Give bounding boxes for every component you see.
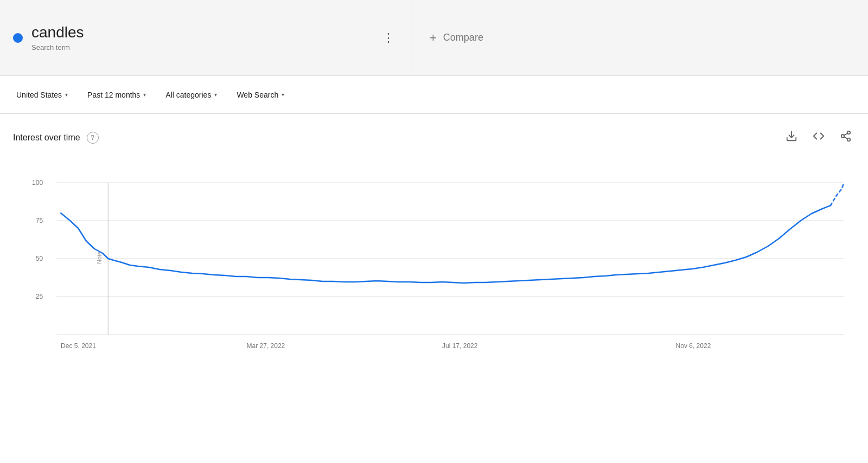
- embed-icon[interactable]: [809, 127, 828, 148]
- chart-title: Interest over time: [13, 133, 80, 143]
- compare-plus-icon: +: [430, 31, 437, 45]
- download-icon[interactable]: [782, 127, 801, 148]
- location-label: United States: [16, 91, 62, 99]
- category-label: All categories: [165, 91, 211, 99]
- trend-line-dotted: [831, 183, 844, 205]
- help-icon[interactable]: ?: [87, 132, 99, 144]
- more-options-button[interactable]: ⋮: [378, 27, 399, 49]
- term-title: candles: [31, 24, 369, 41]
- time-range-chevron: ▾: [143, 92, 146, 98]
- interest-over-time-chart: 100 75 50 25 Note Dec 5, 2021 Mar 27, 20…: [13, 161, 855, 367]
- svg-text:Dec 5, 2021: Dec 5, 2021: [61, 342, 96, 350]
- svg-text:75: 75: [36, 217, 43, 224]
- term-subtitle: Search term: [31, 43, 369, 52]
- compare-label: Compare: [443, 32, 483, 43]
- chart-section: Interest over time ?: [0, 114, 868, 367]
- category-chevron: ▾: [214, 92, 217, 98]
- location-filter[interactable]: United States ▾: [9, 86, 75, 104]
- svg-text:Nov 6, 2022: Nov 6, 2022: [676, 342, 711, 350]
- location-chevron: ▾: [65, 92, 68, 98]
- search-type-chevron: ▾: [282, 92, 284, 98]
- svg-line-5: [844, 133, 847, 136]
- filter-row: United States ▾ Past 12 months ▾ All cat…: [0, 76, 868, 114]
- svg-text:25: 25: [36, 293, 43, 300]
- search-term-panel: candles Search term ⋮: [0, 0, 412, 75]
- svg-text:100: 100: [32, 179, 43, 187]
- svg-text:50: 50: [36, 255, 43, 262]
- chart-actions: [782, 127, 855, 148]
- svg-line-4: [844, 137, 847, 139]
- search-type-filter[interactable]: Web Search ▾: [229, 86, 292, 104]
- svg-text:Jul 17, 2022: Jul 17, 2022: [442, 342, 478, 350]
- category-filter[interactable]: All categories ▾: [158, 86, 225, 104]
- term-color-dot: [13, 33, 23, 43]
- header-row: candles Search term ⋮ + Compare: [0, 0, 868, 76]
- share-icon[interactable]: [837, 127, 855, 148]
- compare-panel[interactable]: + Compare: [412, 0, 868, 75]
- search-type-label: Web Search: [237, 91, 278, 99]
- time-range-filter[interactable]: Past 12 months ▾: [80, 86, 154, 104]
- chart-title-group: Interest over time ?: [13, 132, 99, 144]
- chart-container: 100 75 50 25 Note Dec 5, 2021 Mar 27, 20…: [13, 161, 855, 367]
- time-range-label: Past 12 months: [87, 91, 140, 99]
- chart-header: Interest over time ?: [13, 127, 855, 148]
- trend-line-solid: [61, 205, 831, 283]
- svg-text:Mar 27, 2022: Mar 27, 2022: [247, 342, 285, 350]
- term-text-group: candles Search term: [31, 24, 369, 52]
